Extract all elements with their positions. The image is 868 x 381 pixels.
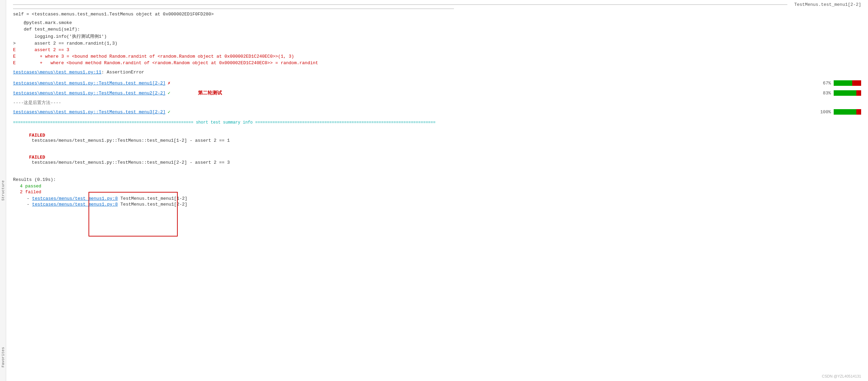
results-passed: 4 passed xyxy=(20,184,41,189)
bar-red xyxy=(852,80,861,86)
results-section: Results (0.19s): 4 passed 2 failed - tes… xyxy=(6,175,868,209)
window-title: TestMenus.test_menu1[2-2] xyxy=(794,2,861,7)
failed-line-1: FAILED testcases/menus/test_menus1.py::T… xyxy=(6,127,868,149)
test-item-3-percent: 100% xyxy=(817,109,831,115)
test-item-1-link[interactable]: testcases\menus\test_menus1.py::TestMenu… xyxy=(13,81,166,86)
code-line-3: logging.info('执行测试用例1') xyxy=(6,33,868,40)
failed-text-1: testcases/menus/test_menus1.py::TestMenu… xyxy=(29,138,230,143)
watermark: CSDN @YZL40514131 xyxy=(822,374,861,378)
failed-text-2: testcases/menus/test_menus1.py::TestMenu… xyxy=(29,160,230,165)
results-passed-line: 4 passed xyxy=(13,182,861,189)
results-title: Results (0.19s): xyxy=(13,177,861,182)
test-item-3-link[interactable]: testcases\menus\test_menus1.py::TestMenu… xyxy=(13,109,166,115)
test-item-3-bar xyxy=(834,109,861,115)
bar-green xyxy=(834,80,852,86)
results-failed-link-2[interactable]: testcases/menus/test_menus1.py:8 xyxy=(32,202,118,207)
code-line-1: @pytest.mark.smoke xyxy=(6,20,868,26)
test-item-2: testcases\menus\test_menus1.py::TestMenu… xyxy=(6,88,868,98)
main-container: Structure Favorites TestMenus.test_menu1… xyxy=(0,0,868,381)
title-section: TestMenus.test_menu1[2-2] xyxy=(6,0,868,9)
test-item-1-progress: 67% xyxy=(817,80,861,86)
sidebar-left: Structure Favorites xyxy=(0,0,6,381)
teardown-line: ----这是后置方法---- xyxy=(6,98,868,107)
bar-red xyxy=(856,90,861,96)
sidebar-structure-label: Structure xyxy=(1,180,5,200)
test-item-2-bar xyxy=(834,90,861,96)
test-item-3: testcases\menus\test_menus1.py::TestMenu… xyxy=(6,107,868,117)
results-failed-link-1[interactable]: testcases/menus/test_menus1.py:8 xyxy=(32,196,118,201)
test-item-1-bar xyxy=(834,80,861,86)
code-line-2: def test_menu1(self): xyxy=(6,26,868,33)
bar-green xyxy=(834,90,856,96)
test-item-2-result: ✓ xyxy=(168,90,171,96)
results-failed-link-2-label: TestMenus.test_menu1[2-2] xyxy=(120,202,187,207)
code-line-e2: E + where 3 = <bound method Random.randi… xyxy=(6,53,868,60)
test-item-1: testcases\menus\test_menus1.py::TestMenu… xyxy=(6,78,868,88)
failed-keyword-1: FAILED xyxy=(29,133,45,138)
test-item-3-progress: 100% xyxy=(817,109,861,115)
test-item-3-result: ✓ xyxy=(168,109,171,115)
results-failed-link-1-label: TestMenus.test_menu1[1-2] xyxy=(120,196,187,201)
bar-red xyxy=(856,109,861,115)
test-item-2-link[interactable]: testcases\menus\test_menus1.py::TestMenu… xyxy=(13,91,166,96)
results-failed-link-1-line: - testcases/menus/test_menus1.py:8 TestM… xyxy=(13,195,861,201)
sidebar-favorites-label: Favorites xyxy=(1,347,5,367)
test-item-1-percent: 67% xyxy=(817,81,831,86)
test-item-1-result: ✗ xyxy=(168,80,171,86)
results-failed: 2 failed xyxy=(20,189,41,195)
bar-green xyxy=(834,109,856,115)
error-type: : AssertionError xyxy=(101,70,144,75)
code-line-e3: E + where <bound method Random.randint o… xyxy=(6,60,868,66)
failed-line-2: FAILED testcases/menus/test_menus1.py::T… xyxy=(6,149,868,171)
results-failed-link-2-line: - testcases/menus/test_menus1.py:8 TestM… xyxy=(13,201,861,207)
test-item-2-progress: 83% xyxy=(817,90,861,96)
failed-keyword-2: FAILED xyxy=(29,155,45,160)
code-line-e1: E assert 2 == 3 xyxy=(6,47,868,53)
error-link-line: testcases\menus\test_menus1.py:11: Asser… xyxy=(6,68,868,77)
self-line: self = <testcases.menus.test_menus1.Test… xyxy=(6,9,868,18)
test-list-section: testcases\menus\test_menus1.py::TestMenu… xyxy=(6,77,868,118)
summary-separator: ========================================… xyxy=(6,118,868,127)
test-item-2-percent: 83% xyxy=(817,91,831,96)
code-block: @pytest.mark.smoke def test_menu1(self):… xyxy=(6,18,868,68)
error-file-link[interactable]: testcases\menus\test_menus1.py:11 xyxy=(13,70,101,75)
test-item-2-annotation: 第二轮测试 xyxy=(198,90,222,96)
code-line-indicator: > assert 2 == random.randint(1,3) xyxy=(6,40,868,47)
results-failed-line: 2 failed xyxy=(13,189,861,195)
content-area: TestMenus.test_menu1[2-2] self = <testca… xyxy=(6,0,868,381)
